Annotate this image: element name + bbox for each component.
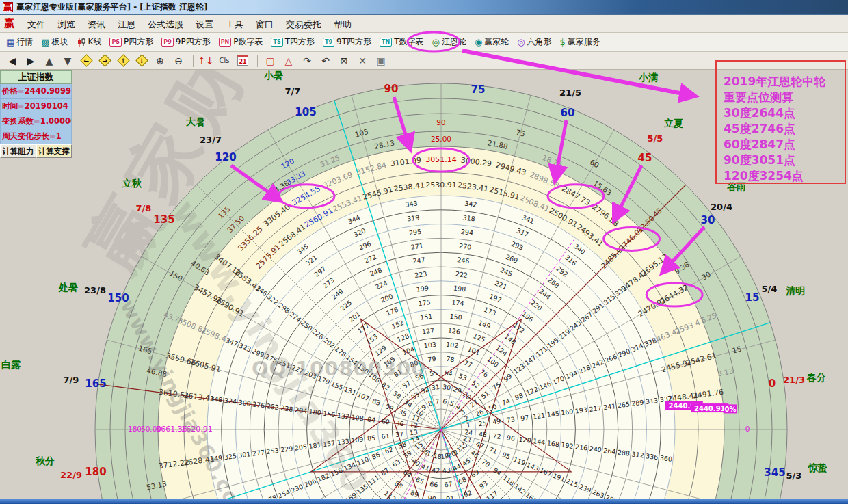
- menu-item-资讯[interactable]: 资讯: [81, 17, 111, 31]
- solar-term-label: 白露: [1, 359, 21, 370]
- menu-item-帮助[interactable]: 帮助: [328, 17, 358, 31]
- menu-bar: 赢 文件浏览资讯江恩公式选股设置工具窗口交易委托帮助: [0, 15, 848, 33]
- rect-tool-icon[interactable]: ▢: [262, 53, 278, 68]
- svg-text:168: 168: [546, 439, 559, 448]
- menu-item-设置[interactable]: 设置: [189, 17, 220, 31]
- menu-item-文件[interactable]: 文件: [21, 17, 51, 31]
- xbox-icon[interactable]: ⊠: [336, 53, 352, 68]
- nav-down-icon[interactable]: ▼: [59, 53, 76, 68]
- svg-text:55: 55: [429, 369, 438, 377]
- menu-item-公式选股[interactable]: 公式选股: [142, 17, 189, 31]
- svg-text:0%: 0%: [724, 406, 736, 413]
- toolbar-button-P四方形[interactable]: PSP四方形: [106, 34, 157, 51]
- app-logo-icon: 赢: [3, 2, 13, 12]
- toolbar-button-行情[interactable]: ▦行情: [3, 34, 36, 51]
- toolbar-button-T四方形[interactable]: TST四方形: [267, 34, 318, 51]
- toolbar-button-T数字表[interactable]: TNT数字表: [376, 34, 427, 51]
- svg-text:252: 252: [266, 402, 279, 411]
- toolbar-button-9T四方形[interactable]: T99T四方形: [319, 34, 375, 51]
- degree-label: 120: [215, 151, 236, 163]
- menu-item-工具[interactable]: 工具: [220, 17, 250, 31]
- select-tool-icon[interactable]: ▣: [373, 53, 389, 68]
- svg-text:120: 120: [518, 435, 531, 444]
- cross-icon[interactable]: ✕: [354, 53, 371, 68]
- menu-item-交易委托[interactable]: 交易委托: [280, 17, 328, 31]
- svg-text:156: 156: [323, 410, 336, 419]
- svg-text:97: 97: [520, 414, 529, 422]
- dia-right-icon[interactable]: →: [96, 53, 113, 68]
- date-label: 5/5: [648, 133, 663, 144]
- taskbar-edge: [0, 499, 848, 504]
- index-info-panel: 上证指数 价格=2440.9099时间=20190104变换系数=1.00000…: [0, 70, 72, 158]
- rotate-ccw-icon[interactable]: ↶: [317, 53, 334, 68]
- svg-text:85: 85: [367, 434, 375, 442]
- dia-down-icon[interactable]: ↓: [133, 53, 150, 68]
- degree-label: 345: [764, 466, 785, 479]
- badge-icon: TS: [271, 38, 282, 47]
- svg-text:222: 222: [455, 270, 468, 279]
- badge-icon: PS: [109, 38, 122, 47]
- menu-item-浏览[interactable]: 浏览: [51, 17, 81, 31]
- svg-text:73: 73: [506, 415, 515, 423]
- svg-text:102: 102: [446, 341, 459, 349]
- nav-left-icon[interactable]: ◀: [4, 53, 21, 68]
- button-计算支撑[interactable]: 计算支撑: [36, 144, 72, 158]
- toolbar-button-9P四方形[interactable]: P99P四方形: [158, 34, 213, 51]
- nav-right-icon[interactable]: ▶: [23, 53, 39, 68]
- toolbar-button-六角形[interactable]: ◎六角形: [514, 34, 555, 51]
- toolbar-button-赢家服务[interactable]: $赢家服务: [557, 34, 604, 51]
- zoom-out-icon[interactable]: ⊖: [170, 53, 187, 68]
- svg-text:342: 342: [464, 200, 477, 209]
- svg-text:247: 247: [412, 256, 425, 265]
- svg-text:36: 36: [395, 419, 404, 427]
- cls-icon[interactable]: Cls: [216, 53, 233, 68]
- button-计算阻力[interactable]: 计算阻力: [0, 144, 36, 158]
- menu-item-窗口[interactable]: 窗口: [250, 17, 280, 31]
- svg-text:324: 324: [224, 397, 237, 406]
- svg-text:43: 43: [442, 466, 451, 474]
- svg-text:103: 103: [423, 341, 436, 349]
- svg-text:240: 240: [589, 445, 602, 453]
- toolbar-button-江恩轮[interactable]: ◎江恩轮: [429, 34, 470, 51]
- toolbar-button-P数字表[interactable]: PNP数字表: [215, 34, 267, 51]
- rotate-cw-icon[interactable]: ↷: [299, 53, 315, 68]
- annotation-line-1: 重要点位测算: [724, 90, 845, 105]
- toolbar-button-label: P四方形: [124, 36, 153, 48]
- svg-text:126: 126: [447, 326, 460, 335]
- svg-text:108: 108: [351, 413, 364, 422]
- svg-text:276: 276: [252, 400, 265, 409]
- svg-text:312: 312: [631, 450, 644, 459]
- degree-label: 45: [638, 152, 652, 164]
- svg-text:30: 30: [442, 383, 451, 391]
- svg-text:174: 174: [451, 298, 464, 307]
- svg-text:265: 265: [617, 400, 630, 409]
- svg-text:295: 295: [408, 228, 421, 237]
- svg-text:2530.91: 2530.91: [425, 181, 457, 189]
- degree-label: 105: [295, 106, 316, 118]
- svg-text:169: 169: [561, 408, 574, 416]
- svg-text:151: 151: [420, 313, 433, 321]
- svg-text:193: 193: [574, 406, 587, 414]
- nav-up-icon[interactable]: ▲: [41, 53, 57, 68]
- annotation-line-6: 120度3254点: [724, 168, 845, 184]
- index-name: 上证指数: [0, 70, 72, 84]
- menu-item-江恩[interactable]: 江恩: [111, 17, 142, 31]
- calendar-icon[interactable]: 21: [235, 53, 251, 68]
- date-label: 5/3: [786, 470, 802, 481]
- svg-text:192: 192: [561, 441, 574, 450]
- svg-text:79: 79: [427, 355, 436, 363]
- toolbar-button-赢家轮[interactable]: ◉赢家轮: [471, 34, 512, 51]
- updown-icon[interactable]: ↑↓: [198, 53, 214, 68]
- svg-text:3051.14: 3051.14: [425, 155, 457, 164]
- dia-left-icon[interactable]: ←: [78, 53, 94, 68]
- toolbar-button-K线[interactable]: K线: [73, 34, 105, 51]
- solar-term-label: 立秋: [122, 178, 142, 189]
- svg-text:54: 54: [444, 369, 453, 377]
- svg-text:24: 24: [464, 428, 473, 436]
- solar-term-label: 惊蛰: [808, 462, 827, 473]
- zoom-in-icon[interactable]: ⊕: [152, 53, 168, 68]
- window-title: 赢家江恩专业版[赢家服务平台] - [上证指数 江恩轮]: [16, 1, 207, 13]
- toolbar-button-板块[interactable]: ▩板块: [38, 34, 71, 51]
- triangle-tool-icon[interactable]: △: [280, 53, 297, 68]
- dia-up-icon[interactable]: ↑: [115, 53, 131, 68]
